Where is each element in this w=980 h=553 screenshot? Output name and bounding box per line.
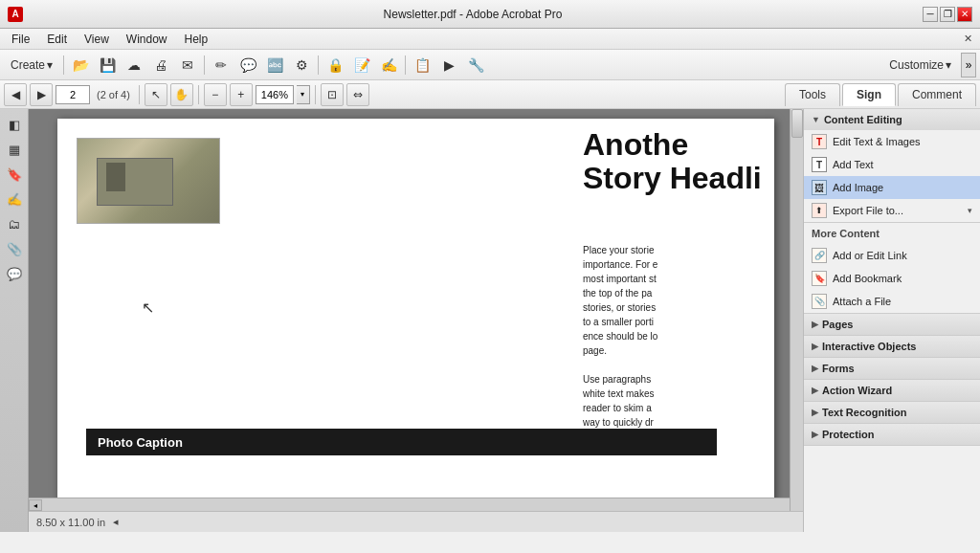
nav-bar: ◀ ▶ (2 of 4) ↖ ✋ − + ▾ ⊡ ⇔ Tools Sign Co… bbox=[0, 80, 980, 109]
menu-close[interactable]: ✕ bbox=[960, 33, 976, 45]
bookmarks-panel[interactable]: 🔖 bbox=[3, 163, 26, 186]
action-wizard-section[interactable]: ▶ Action Wizard bbox=[804, 380, 980, 402]
content-editing-header[interactable]: ▼ Content Editing bbox=[804, 109, 980, 130]
toolbar: Create ▾ 📂 💾 ☁ 🖨 ✉ ✏ 💬 🔤 ⚙ 🔒 📝 ✍ 📋 ▶ 🔧 C… bbox=[0, 50, 980, 80]
scroll-thumb[interactable] bbox=[791, 109, 803, 138]
edit-button[interactable]: ✏ bbox=[209, 53, 234, 77]
menu-edit[interactable]: Edit bbox=[39, 31, 75, 48]
separator-3 bbox=[318, 55, 319, 75]
sign-button[interactable]: ✍ bbox=[376, 53, 401, 77]
attach-file-item[interactable]: 📎 Attach a File bbox=[804, 290, 980, 314]
text-recognition-section[interactable]: ▶ Text Recognition bbox=[804, 402, 980, 424]
stamp-button[interactable]: 📝 bbox=[349, 53, 374, 77]
next-page-button[interactable]: ▶ bbox=[30, 83, 53, 106]
signatures-panel[interactable]: ✍ bbox=[3, 188, 26, 210]
open-button[interactable]: 📂 bbox=[68, 53, 93, 77]
restore-button[interactable]: ❐ bbox=[940, 7, 955, 22]
document-area: ↖ Anothe Story Headli Place your storiei… bbox=[29, 109, 803, 532]
photo-inner bbox=[78, 139, 219, 223]
photo-item bbox=[106, 163, 125, 191]
separator-4 bbox=[405, 55, 406, 75]
attachments-panel[interactable]: 📎 bbox=[3, 237, 26, 260]
print-button[interactable]: 🖨 bbox=[148, 53, 173, 77]
create-button[interactable]: Create ▾ bbox=[4, 53, 59, 77]
panel-toggle[interactable]: ◧ bbox=[3, 113, 26, 136]
horizontal-scrollbar[interactable]: ◂ bbox=[29, 498, 790, 511]
forms-button[interactable]: 📋 bbox=[410, 53, 434, 77]
content-editing-section: ▼ Content Editing T Edit Text & Images T… bbox=[804, 109, 980, 223]
minimize-button[interactable]: ─ bbox=[923, 7, 938, 22]
hand-tool[interactable]: ✋ bbox=[170, 83, 193, 106]
caption-bar: Photo Caption bbox=[86, 429, 717, 455]
comment-button[interactable]: 💬 bbox=[235, 53, 260, 77]
document-page: ↖ Anothe Story Headli Place your storiei… bbox=[57, 119, 774, 503]
edit-text-images-item[interactable]: T Edit Text & Images bbox=[804, 130, 980, 153]
cursor-indicator: ↖ bbox=[142, 299, 154, 317]
settings-button[interactable]: ⚙ bbox=[289, 53, 314, 77]
create-dropdown-icon: ▾ bbox=[47, 58, 53, 72]
menu-help[interactable]: Help bbox=[177, 31, 216, 48]
interactive-objects-section[interactable]: ▶ Interactive Objects bbox=[804, 336, 980, 358]
right-panel: ▼ Content Editing T Edit Text & Images T… bbox=[803, 109, 980, 532]
forms-section[interactable]: ▶ Forms bbox=[804, 358, 980, 380]
upload-button[interactable]: ☁ bbox=[122, 53, 146, 77]
zoom-input[interactable] bbox=[256, 85, 294, 104]
cursor-tool[interactable]: ↖ bbox=[145, 83, 167, 106]
vertical-scrollbar[interactable] bbox=[790, 109, 803, 511]
fit-page-button[interactable]: ⊡ bbox=[321, 83, 344, 106]
security-button[interactable]: 🔒 bbox=[323, 53, 347, 77]
forms-arrow: ▶ bbox=[812, 364, 818, 373]
add-text-icon: T bbox=[812, 157, 827, 172]
export-dropdown-icon[interactable]: ▾ bbox=[968, 206, 972, 215]
customize-button[interactable]: Customize ▾ bbox=[881, 56, 959, 74]
zoom-in-button[interactable]: + bbox=[230, 83, 253, 106]
export-file-item[interactable]: ⬆ Export File to... ▾ bbox=[804, 199, 980, 222]
interactive-label: Interactive Objects bbox=[822, 341, 916, 352]
separator-2 bbox=[204, 55, 205, 75]
layers-panel[interactable]: 🗂 bbox=[3, 212, 26, 235]
javascript-button[interactable]: 🔧 bbox=[463, 53, 488, 77]
content-editing-label: Content Editing bbox=[824, 114, 902, 125]
window-title: Newsletter.pdf - Adobe Acrobat Pro bbox=[23, 8, 923, 21]
article-headline: Anothe Story Headli bbox=[583, 128, 774, 195]
action-wizard-arrow: ▶ bbox=[812, 386, 818, 395]
markup-button[interactable]: 🔤 bbox=[262, 53, 287, 77]
page-total: (2 of 4) bbox=[93, 89, 134, 100]
comments-panel[interactable]: 💬 bbox=[3, 262, 26, 285]
protection-label: Protection bbox=[822, 429, 874, 440]
toolbar-expander[interactable]: » bbox=[961, 53, 976, 77]
pages-section[interactable]: ▶ Pages bbox=[804, 314, 980, 336]
nav-separator-1 bbox=[139, 85, 140, 104]
close-button[interactable]: ✕ bbox=[957, 7, 972, 22]
tab-comment[interactable]: Comment bbox=[898, 83, 976, 106]
nav-separator-2 bbox=[198, 85, 199, 104]
add-bookmark-item[interactable]: 🔖 Add Bookmark bbox=[804, 267, 980, 290]
export-file-icon: ⬆ bbox=[812, 203, 827, 218]
tab-tools[interactable]: Tools bbox=[785, 83, 840, 106]
page-thumbnails[interactable]: ▦ bbox=[3, 138, 26, 161]
menu-window[interactable]: Window bbox=[119, 31, 175, 48]
status-bar: 8.50 x 11.00 in ◂ bbox=[29, 511, 803, 532]
multimedia-button[interactable]: ▶ bbox=[436, 53, 461, 77]
caption-text: Photo Caption bbox=[98, 435, 183, 450]
create-label: Create bbox=[11, 58, 45, 72]
action-wizard-label: Action Wizard bbox=[822, 385, 892, 396]
zoom-dropdown[interactable]: ▾ bbox=[297, 85, 310, 104]
save-button[interactable]: 💾 bbox=[95, 53, 120, 77]
scroll-left-btn[interactable]: ◂ bbox=[29, 499, 42, 511]
add-image-item[interactable]: 🖼 Add Image bbox=[804, 176, 980, 199]
menu-file[interactable]: File bbox=[4, 31, 37, 48]
tab-sign[interactable]: Sign bbox=[842, 83, 896, 106]
add-edit-link-item[interactable]: 🔗 Add or Edit Link bbox=[804, 244, 980, 267]
page-number-input[interactable] bbox=[56, 85, 90, 104]
add-image-icon: 🖼 bbox=[812, 180, 827, 195]
fit-width-button[interactable]: ⇔ bbox=[346, 83, 369, 106]
text-recognition-label: Text Recognition bbox=[822, 407, 906, 418]
zoom-out-button[interactable]: − bbox=[204, 83, 227, 106]
article-body: Place your storieimportance. For emost i… bbox=[583, 243, 774, 430]
add-text-item[interactable]: T Add Text bbox=[804, 153, 980, 176]
protection-section[interactable]: ▶ Protection bbox=[804, 424, 980, 446]
menu-view[interactable]: View bbox=[77, 31, 117, 48]
prev-page-button[interactable]: ◀ bbox=[4, 83, 27, 106]
email-button[interactable]: ✉ bbox=[175, 53, 200, 77]
